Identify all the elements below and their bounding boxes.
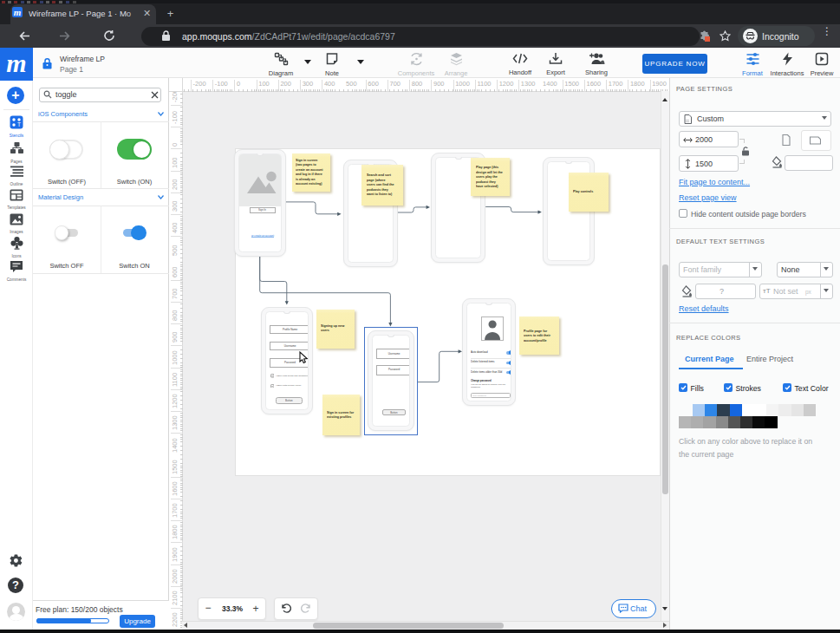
svg-text:T: T	[17, 121, 21, 127]
